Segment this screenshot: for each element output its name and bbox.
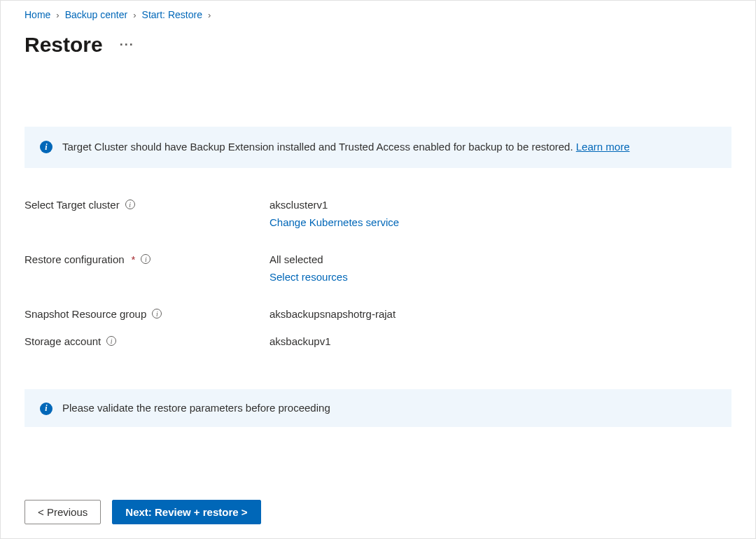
breadcrumb-home[interactable]: Home [24, 9, 50, 20]
label-storage-account: Storage account i [24, 335, 270, 347]
info-icon: i [40, 141, 52, 153]
chevron-right-icon: › [133, 10, 136, 20]
value-restore-config: All selected [270, 253, 348, 265]
value-target-cluster: aksclusterv1 [270, 199, 399, 211]
required-asterisk: * [132, 253, 136, 265]
value-snapshot-rg: aksbackupsnapshotrg-rajat [270, 308, 396, 320]
row-target-cluster: Select Target cluster i aksclusterv1 Cha… [24, 199, 732, 228]
info-hint-icon[interactable]: i [106, 336, 116, 346]
info-icon: i [40, 402, 52, 415]
select-resources-link[interactable]: Select resources [270, 271, 348, 283]
page-title: Restore [24, 33, 103, 57]
row-snapshot-rg: Snapshot Resource group i aksbackupsnaps… [24, 308, 732, 320]
footer: < Previous Next: Review + restore > [24, 500, 732, 524]
info-banner-text: Target Cluster should have Backup Extens… [62, 139, 630, 155]
learn-more-link[interactable]: Learn more [576, 141, 630, 153]
info-hint-icon[interactable]: i [125, 200, 135, 209]
info-hint-icon[interactable]: i [141, 254, 150, 264]
label-restore-config: Restore configuration* i [24, 253, 270, 265]
next-review-restore-button[interactable]: Next: Review + restore > [112, 500, 260, 524]
breadcrumb-backup-center[interactable]: Backup center [65, 9, 128, 20]
info-hint-icon[interactable]: i [152, 309, 162, 318]
label-snapshot-rg: Snapshot Resource group i [24, 308, 270, 320]
page-header: Restore ··· [24, 33, 732, 57]
row-restore-config: Restore configuration* i All selected Se… [24, 253, 732, 283]
row-storage-account: Storage account i aksbackupv1 [24, 335, 732, 347]
previous-button[interactable]: < Previous [24, 500, 101, 524]
validate-banner: i Please validate the restore parameters… [24, 389, 732, 428]
change-kubernetes-service-link[interactable]: Change Kubernetes service [270, 216, 399, 228]
info-banner: i Target Cluster should have Backup Exte… [24, 127, 732, 168]
more-icon[interactable]: ··· [120, 38, 134, 52]
breadcrumb: Home › Backup center › Start: Restore › [24, 9, 732, 20]
validate-banner-text: Please validate the restore parameters b… [62, 400, 330, 416]
chevron-right-icon: › [56, 10, 59, 20]
breadcrumb-start-restore[interactable]: Start: Restore [142, 9, 202, 20]
chevron-right-icon: › [208, 10, 211, 20]
value-storage-account: aksbackupv1 [270, 335, 331, 347]
label-target-cluster: Select Target cluster i [24, 199, 270, 211]
